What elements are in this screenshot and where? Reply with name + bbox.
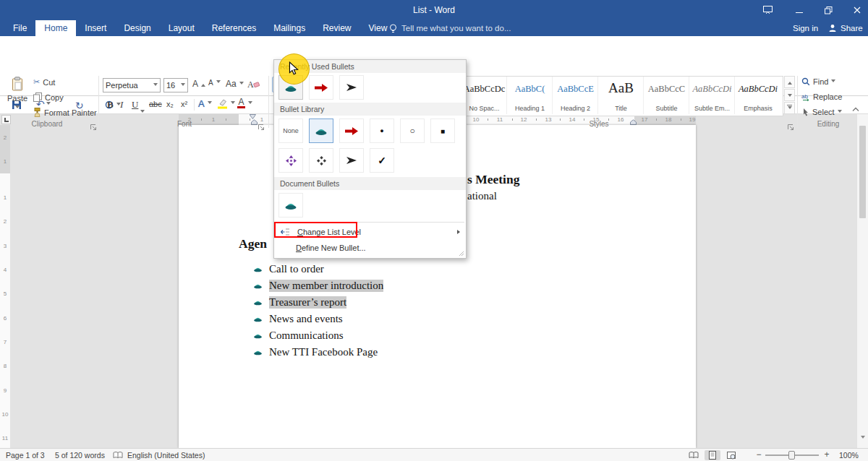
web-layout-button[interactable] [723, 450, 739, 460]
bullet-option-black-arrow-recent[interactable] [339, 75, 364, 100]
tab-file[interactable]: File [4, 20, 35, 36]
list-item-text-selected[interactable]: Treasurer’s report [269, 296, 346, 309]
document-subtitle-fragment[interactable]: ational [467, 190, 497, 202]
style-heading-2[interactable]: AaBbCcE Heading 2 [553, 77, 598, 114]
tab-references[interactable]: References [203, 20, 265, 36]
bullet-option-picture[interactable] [309, 119, 333, 143]
replace-button[interactable]: ab Replace [801, 92, 842, 101]
styles-scroll-down-button[interactable] [784, 89, 795, 101]
grow-font-button[interactable]: A [192, 79, 205, 89]
font-size-combobox[interactable]: 16 [163, 78, 188, 92]
resize-gripper-icon[interactable] [459, 251, 464, 257]
document-heading-fragment[interactable]: Agen [239, 236, 267, 251]
style-emphasis[interactable]: AaBbCcDi Emphasis [736, 77, 780, 114]
bullet-option-diamonds[interactable] [309, 148, 333, 173]
strikethrough-button[interactable]: abc [149, 100, 162, 108]
paste-button[interactable]: Paste [6, 77, 29, 119]
style-subtitle[interactable]: AaBbCcC Subtitle [644, 77, 689, 114]
tell-me-box[interactable]: Tell me what you want to do... [389, 20, 511, 36]
menu-item-define-new-bullet[interactable]: Define New Bullet... [274, 240, 466, 255]
collapse-ribbon-button[interactable] [852, 102, 859, 115]
style-title[interactable]: AaB Title [599, 77, 644, 114]
ribbon-display-options-button[interactable] [757, 2, 778, 18]
zoom-slider-thumb[interactable] [788, 451, 795, 460]
list-item[interactable]: Call to order [253, 261, 324, 277]
list-item[interactable]: New TTI Facebook Page [253, 344, 378, 360]
tab-home[interactable]: Home [35, 20, 76, 36]
underline-dropdown-arrow[interactable] [140, 105, 145, 118]
superscript-button[interactable]: x² [181, 100, 187, 108]
style-heading-1[interactable]: AaBbC( Heading 1 [508, 77, 553, 114]
sign-in-button[interactable]: Sign in [793, 20, 818, 36]
minimize-button[interactable] [788, 2, 810, 18]
text-highlight-button[interactable] [217, 98, 235, 109]
language-indicator[interactable]: English (United States) [127, 451, 205, 460]
bullet-option-checkmark[interactable]: ✓ [370, 148, 394, 173]
list-item-text[interactable]: News and events [269, 313, 343, 325]
menu-item-change-list-level[interactable]: Change List Level [274, 224, 466, 239]
copy-button[interactable]: Copy [33, 92, 64, 102]
restore-button[interactable] [817, 2, 839, 18]
word-count[interactable]: 5 of 120 words [55, 451, 105, 460]
print-layout-button[interactable] [705, 450, 720, 460]
bullet-option-red-arrow-recent[interactable] [309, 75, 333, 100]
underline-button[interactable]: U [132, 99, 138, 111]
italic-button[interactable]: I [120, 99, 123, 111]
clear-formatting-button[interactable]: A [247, 79, 260, 89]
proofing-icon[interactable] [113, 452, 123, 459]
read-mode-button[interactable] [686, 450, 702, 460]
select-button[interactable]: Select [801, 108, 842, 116]
vertical-ruler[interactable]: 2 1 1 2 3 4 5 6 7 8 9 10 11 [0, 125, 10, 448]
bullet-option-filled-dot[interactable]: ● [370, 119, 394, 143]
change-case-button[interactable]: Aa [226, 79, 244, 89]
tab-insert[interactable]: Insert [76, 20, 115, 36]
style-no-spacing[interactable]: AaBbCcDc No Spac... [462, 77, 507, 114]
styles-scroll-up-button[interactable] [784, 76, 795, 88]
bullet-option-filled-square[interactable]: ■ [430, 119, 455, 143]
list-item-text-selected[interactable]: New member introduction [269, 280, 383, 292]
list-item[interactable]: Communications [253, 327, 344, 343]
bold-button[interactable]: B [107, 99, 114, 111]
list-item[interactable]: New member introduction [253, 277, 383, 293]
shrink-font-button[interactable]: A [208, 79, 221, 87]
bullet-option-picture-document[interactable] [278, 193, 303, 217]
zoom-in-button[interactable]: + [822, 449, 832, 461]
bullet-option-hollow-circle[interactable]: ○ [400, 119, 425, 143]
tab-design[interactable]: Design [115, 20, 159, 36]
format-painter-button[interactable]: Format Painter [33, 108, 97, 117]
font-dialog-launcher[interactable] [258, 121, 265, 134]
list-item-text[interactable]: Communications [269, 329, 344, 342]
list-item[interactable]: Treasurer’s report [253, 294, 346, 310]
tab-mailings[interactable]: Mailings [265, 20, 314, 36]
styles-more-button[interactable] [784, 102, 795, 114]
font-family-combobox[interactable]: Perpetua [103, 78, 161, 92]
page-indicator[interactable]: Page 1 of 3 [6, 451, 45, 460]
share-button[interactable]: Share [828, 20, 863, 36]
close-button[interactable] [846, 2, 868, 18]
text-effects-button[interactable]: A [198, 98, 212, 109]
bullet-option-black-arrow[interactable] [339, 148, 364, 173]
font-color-button[interactable]: A [237, 98, 252, 108]
cut-button[interactable]: ✂ Cut [33, 77, 55, 87]
bullet-option-none[interactable]: None [278, 119, 303, 143]
zoom-out-button[interactable]: − [754, 449, 764, 461]
tab-layout[interactable]: Layout [160, 20, 203, 36]
zoom-percentage[interactable]: 100% [839, 451, 859, 460]
list-item-text[interactable]: Call to order [269, 263, 324, 275]
style-subtle-emphasis[interactable]: AaBbCcDi Subtle Em... [690, 77, 735, 114]
bullet-option-picture-recent[interactable] [278, 75, 303, 100]
bullet-option-four-arrows[interactable] [278, 148, 303, 173]
find-button[interactable]: Find [801, 77, 835, 86]
vertical-scrollbar[interactable] [856, 114, 868, 448]
tab-review[interactable]: Review [314, 20, 359, 36]
scrollbar-down-arrow[interactable] [861, 431, 865, 444]
list-item[interactable]: News and events [253, 311, 343, 327]
hanging-indent-marker[interactable] [251, 119, 258, 125]
subscript-button[interactable]: x₂ [166, 100, 174, 108]
bullet-option-red-arrow[interactable] [339, 119, 364, 143]
document-title-fragment[interactable]: s Meeting [467, 172, 519, 187]
styles-dialog-launcher[interactable] [787, 121, 794, 134]
first-line-indent-marker[interactable] [250, 114, 256, 119]
clipboard-dialog-launcher[interactable] [90, 121, 97, 134]
list-item-text[interactable]: New TTI Facebook Page [269, 346, 378, 358]
